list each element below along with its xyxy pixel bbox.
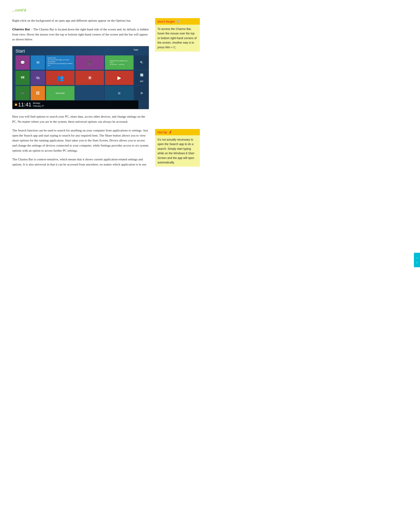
sidebar: Don't forget 🐘 To access the Charms Bar,…: [155, 18, 200, 171]
tile-games: 🎮: [15, 86, 30, 100]
win8-screen: Start Nate 💬 ✉ Evelyn TamTie Lunch with …: [13, 47, 149, 109]
paragraph4: The Charms Bar is context-sensitive, whi…: [12, 157, 149, 167]
tile-messaging: 💬: [15, 55, 30, 70]
charms-panel-share: 🔄 ⊞⊟: [135, 71, 149, 85]
tile-weather: ☀: [75, 71, 104, 85]
charms-bar-label: Charms Bar: [12, 28, 30, 31]
chili-icon: 🌶: [168, 130, 172, 134]
charms-panel-search: 🔍: [135, 55, 149, 70]
tile-mail: ✉: [31, 55, 45, 70]
charms-bar-paragraph: Charms Bar – The Charms Bar is located d…: [12, 27, 149, 42]
cont-header: ...cont'd: [12, 8, 200, 12]
paragraph2: Here you will find options to search you…: [12, 114, 149, 124]
tile-extra: ⊟: [105, 86, 134, 100]
dont-forget-header: Don't forget 🐘: [155, 18, 200, 25]
dont-forget-content: To access the Charms Bar, hover the mous…: [155, 25, 200, 52]
dont-forget-box: Don't forget 🐘 To access the Charms Bar,…: [155, 18, 200, 52]
win8-header: Start Nate: [13, 47, 149, 55]
win8-user: Nate: [134, 48, 138, 51]
win8-date-block: Monday February 27: [33, 102, 44, 108]
tile-empty1: [75, 86, 104, 100]
win8-taskbar: 📶 11:41 Monday February 27: [13, 101, 138, 109]
tile-calendar: Editorial Roundtable Rev...Oct 612:30 PM…: [105, 55, 134, 70]
tile-store: 🛍: [31, 71, 45, 85]
charms-panel-settings: ⚙: [135, 86, 149, 100]
tile-music: 🎧: [75, 55, 104, 70]
main-content: Right-click on the background of an open…: [12, 18, 149, 171]
charms-bar-text: – The Charms Bar is located down the rig…: [12, 28, 149, 41]
elephant-icon: 🐘: [176, 20, 180, 23]
win8-tiles: 💬 ✉ Evelyn TamTie Lunch with Again at Co…: [13, 55, 149, 100]
paragraph3: The Search function can be used to searc…: [12, 128, 149, 153]
win8-start-label: Start: [15, 48, 25, 54]
tile-video: ▶: [105, 71, 134, 85]
tile-photos: 🖼: [31, 86, 45, 100]
win8-time: 11:41: [18, 101, 31, 108]
hot-tip-header: Hot tip 🌶: [155, 129, 200, 135]
windows8-screenshot: Start Nate 💬 ✉ Evelyn TamTie Lunch with …: [12, 46, 149, 109]
hot-tip-box: Hot tip 🌶 It's not actually necessary to…: [155, 129, 200, 167]
tile-evernote: Evernote: [46, 86, 75, 100]
dont-forget-label: Don't forget: [158, 20, 175, 23]
tile-map: 🗺: [15, 71, 30, 85]
hot-tip-label: Hot tip: [158, 130, 167, 134]
tile-people: 👥: [46, 71, 75, 85]
intro-paragraph: Right-click on the background of an open…: [12, 18, 149, 23]
tile-evelyn: Evelyn TamTie Lunch with Again at Come D…: [46, 55, 75, 70]
hot-tip-content: It's not actually necessary to open the …: [155, 135, 200, 167]
